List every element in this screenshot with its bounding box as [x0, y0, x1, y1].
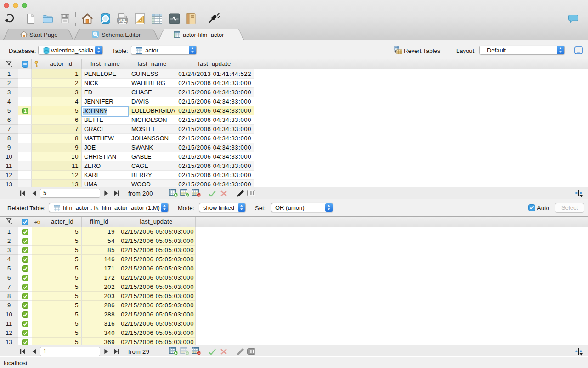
svg-text:1: 1	[24, 108, 27, 114]
svg-text:SQL: SQL	[118, 18, 127, 23]
